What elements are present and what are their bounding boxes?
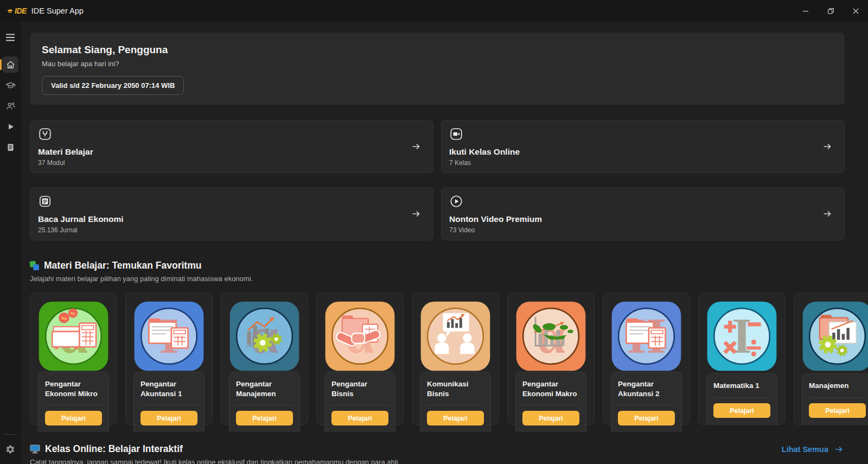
feature-subtitle: 7 Kelas [449,159,821,167]
license-validity-badge: Valid s/d 22 February 2050 07:14 WIB [42,76,184,95]
course-info-panel: Komunikasi Bisnis Pelajari [420,372,491,432]
divider [236,405,293,405]
course-title: Manajemen [809,381,866,391]
app-logo-icon: IDE [7,7,27,15]
course-card[interactable]: I Pengantar Akuntansi 1 Pelajari [125,293,213,425]
course-card[interactable]: α Rp Rp Pengantar Ekonomi Mikro Pelajari [30,293,117,425]
course-artwork: I [133,301,205,372]
feature-title: Materi Belajar [38,147,410,157]
course-card[interactable]: Manajemen Pelajari [794,293,868,425]
journal-icon [6,143,15,152]
journal-icon [38,194,52,208]
sidebar-item-kelas[interactable] [2,98,18,114]
sidebar-item-jurnal[interactable] [2,139,18,155]
course-card[interactable]: Komunikasi Bisnis Pelajari [412,293,499,425]
arrow-right-icon [833,444,845,454]
menu-toggle-button[interactable] [2,29,18,46]
feature-title: Baca Jurnal Ekonomi [38,214,410,224]
books-icon [30,261,39,270]
course-artwork: I [706,301,777,372]
section-subtitle: Jelajahi materi belajar pilihan yang pal… [30,275,845,283]
course-info-panel: Pengantar Ekonomi Makro Pelajari [515,372,586,432]
section-title: Kelas Online: Belajar Interaktif [45,443,183,455]
lihat-semua-link[interactable]: Lihat Semua [782,444,845,454]
graduation-cap-icon [5,80,16,91]
course-artwork: α Rp Rp [38,301,109,372]
pelajari-button[interactable]: Pelajari [331,411,388,425]
feature-card-video-premium[interactable]: Nonton Video Premium 73 Video [441,187,845,240]
minimize-icon [803,8,809,14]
course-info-panel: Manajemen Pelajari [802,373,868,424]
course-card[interactable]: I Matematika 1 Pelajari [698,293,786,425]
course-artwork [802,301,868,372]
restore-icon [828,8,834,14]
feature-subtitle: 73 Video [449,226,821,234]
course-title: Pengantar Ekonomi Makro [522,379,579,398]
feature-card-kelas-online[interactable]: Ikuti Kelas Online 7 Kelas [441,120,845,173]
arrow-right-icon[interactable] [410,141,422,152]
sidebar-item-materi[interactable] [2,77,18,93]
app-title: IDE Super App [31,7,84,15]
sidebar-item-video[interactable] [2,118,18,135]
pelajari-button[interactable]: Pelajari [427,411,484,425]
course-title: Matematika 1 [713,381,770,391]
divider [45,405,102,405]
pelajari-button[interactable]: Pelajari [618,411,675,425]
greeting-subtitle: Mau belajar apa hari ini? [42,60,833,68]
svg-text:Rp: Rp [61,316,67,321]
monitor-icon [30,444,40,454]
divider [141,405,197,405]
home-icon [5,60,16,70]
pelajari-button[interactable]: Pelajari [522,411,579,425]
feature-card-materi[interactable]: Materi Belajar 37 Modul [30,120,433,173]
hamburger-icon [5,34,15,41]
feature-subtitle: 37 Modul [38,159,410,167]
pelajari-button[interactable]: Pelajari [809,403,866,418]
pelajari-button[interactable]: Pelajari [45,411,102,425]
close-icon [853,8,859,14]
section-title: Materi Belajar: Temukan Favoritmu [44,260,201,271]
divider [618,405,675,405]
sidebar [0,22,21,464]
course-info-panel: Pengantar Akuntansi 2 Pelajari [611,372,682,432]
sidebar-item-settings[interactable] [2,441,18,457]
course-artwork: α [515,301,586,372]
gear-icon [5,444,15,454]
course-title: Pengantar Akuntansi 2 [618,379,675,398]
divider [427,405,484,405]
course-card[interactable]: α Pengantar Ekonomi Makro Pelajari [507,293,595,425]
course-card[interactable]: α Pengantar Bisnis Pelajari [316,293,404,425]
course-card[interactable]: II Pengantar Akuntansi 2 Pelajari [603,293,690,425]
divider [713,397,770,398]
course-title: Pengantar Manajemen [236,379,293,398]
pelajari-button[interactable]: Pelajari [236,411,293,425]
svg-text:Rp: Rp [71,312,75,316]
course-title: Pengantar Akuntansi 1 [141,379,197,398]
greeting-title: Selamat Siang, Pengguna [42,44,833,56]
greeting-card: Selamat Siang, Pengguna Mau belajar apa … [30,33,845,105]
logo-text: IDE [15,7,27,15]
feature-subtitle: 25.136 Jurnal [38,226,410,234]
course-carousel: α Rp Rp Pengantar Ekonomi Mikro Pelajari… [30,293,868,425]
sidebar-item-home[interactable] [2,56,18,73]
arrow-right-icon[interactable] [821,141,833,152]
window-controls [793,0,868,22]
book-icon [38,127,52,141]
pelajari-button[interactable]: Pelajari [713,403,770,418]
restore-button[interactable] [818,0,843,22]
course-title: Pengantar Bisnis [331,379,388,398]
feature-title: Nonton Video Premium [449,214,821,224]
sidebar-divider [3,434,18,435]
arrow-right-icon[interactable] [410,208,422,219]
course-info-panel: Matematika 1 Pelajari [706,373,777,424]
course-card[interactable]: α Pengantar Manajemen Pelajari [221,293,308,425]
course-artwork: II [611,301,682,372]
divider [809,397,866,398]
arrow-right-icon[interactable] [821,208,833,219]
course-artwork: α [229,301,300,372]
pelajari-button[interactable]: Pelajari [141,411,197,425]
minimize-button[interactable] [793,0,818,22]
main-content: Selamat Siang, Pengguna Mau belajar apa … [21,22,868,464]
close-button[interactable] [843,0,868,22]
feature-card-jurnal[interactable]: Baca Jurnal Ekonomi 25.136 Jurnal [30,187,433,240]
